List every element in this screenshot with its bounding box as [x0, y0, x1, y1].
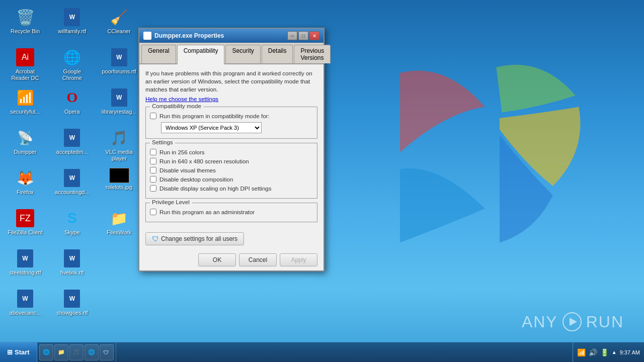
setting-dpi-label[interactable]: Disable display scaling on high DPI sett… [159, 186, 271, 192]
cancel-button[interactable]: Cancel [239, 253, 277, 266]
setting-256-colors-label[interactable]: Run in 256 colors [159, 149, 205, 155]
compat-select-row: Windows XP (Service Pack 3) Windows Vist… [161, 122, 313, 133]
change-settings-label: Change settings for all users [161, 235, 237, 242]
privilege-level-label: Privilege Level [150, 199, 192, 205]
admin-checkbox-row: Run this program as an administrator [150, 209, 313, 215]
dialog-content: If you have problems with this program a… [139, 64, 324, 231]
setting-dpi-row: Disable display scaling on high DPI sett… [150, 185, 313, 192]
clock-time: 9:37 AM [620, 349, 640, 355]
title-left: ⚙ Dumpper.exe Properties [143, 32, 224, 40]
setting-256-colors-checkbox[interactable] [150, 149, 156, 155]
compat-mode-checkbox-label[interactable]: Run this program in compatibility mode f… [159, 113, 270, 119]
properties-dialog: ⚙ Dumpper.exe Properties ─ □ ✕ General C… [138, 28, 325, 272]
tray-arrow-icon[interactable]: ▲ [612, 349, 617, 355]
change-settings-button[interactable]: 🛡 Change settings for all users [145, 232, 244, 245]
tray-battery-icon: 🔋 [600, 348, 609, 356]
setting-640x480-checkbox[interactable] [150, 158, 156, 164]
run-as-admin-label[interactable]: Run this program as an administrator [159, 209, 255, 215]
change-settings-row: 🛡 Change settings for all users [139, 231, 324, 249]
windows-orb-icon: ⊞ [7, 348, 13, 356]
compat-mode-checkbox[interactable] [150, 113, 156, 119]
compat-mode-select[interactable]: Windows XP (Service Pack 3) Windows Vist… [161, 122, 262, 133]
compat-mode-checkbox-row: Run this program in compatibility mode f… [150, 113, 313, 119]
minimize-button[interactable]: ─ [287, 31, 297, 40]
description-text: If you have problems with this program a… [145, 69, 317, 94]
privilege-level-group: Privilege Level Run this program as an a… [145, 203, 317, 222]
taskbar-ie-icon[interactable]: 🌐 [39, 344, 53, 360]
settings-label: Settings [150, 139, 175, 145]
desktop: 🗑️ Recycle Bin Ai Acrobat Reader DC 📶 se… [0, 0, 644, 362]
maximize-button[interactable]: □ [298, 31, 308, 40]
dialog-button-row: OK Cancel Apply [139, 249, 324, 270]
setting-256-colors-row: Run in 256 colors [150, 149, 313, 155]
tab-details[interactable]: Details [262, 45, 293, 63]
setting-640x480-label[interactable]: Run in 640 x 480 screen resolution [159, 158, 249, 164]
tab-compatibility[interactable]: Compatibility [177, 45, 225, 64]
titlebar-controls: ─ □ ✕ [287, 31, 319, 40]
tab-security[interactable]: Security [225, 45, 260, 63]
run-as-admin-checkbox[interactable] [150, 209, 156, 215]
setting-desktop-composition-checkbox[interactable] [150, 176, 156, 183]
setting-visual-themes-label[interactable]: Disable visual themes [159, 167, 216, 173]
setting-dpi-checkbox[interactable] [150, 185, 156, 192]
tray-volume-icon: 🔊 [589, 348, 597, 356]
dialog-title: Dumpper.exe Properties [154, 32, 224, 39]
start-label: Start [15, 348, 30, 356]
setting-640x480-row: Run in 640 x 480 screen resolution [150, 158, 313, 164]
taskbar-explorer-icon[interactable]: 📁 [54, 344, 68, 360]
apply-button[interactable]: Apply [280, 253, 317, 266]
compatibility-mode-group: Compatibility mode Run this program in c… [145, 107, 317, 139]
system-clock[interactable]: 9:37 AM [620, 349, 640, 355]
system-tray: 📶 🔊 🔋 ▲ 9:37 AM [573, 342, 644, 362]
quick-launch: 🌐 📁 🎵 🌐 🛡 [37, 342, 116, 362]
help-link[interactable]: Help me choose the settings [145, 96, 218, 102]
settings-group: Settings Run in 256 colors Run in 640 x … [145, 143, 317, 199]
taskbar-norton-icon[interactable]: 🛡 [100, 344, 114, 360]
compatibility-mode-label: Compatibility mode [150, 103, 203, 109]
close-button[interactable]: ✕ [309, 31, 319, 40]
tab-general[interactable]: General [141, 45, 176, 63]
ok-button[interactable]: OK [198, 253, 236, 266]
dialog-overlay: ⚙ Dumpper.exe Properties ─ □ ✕ General C… [0, 0, 644, 362]
taskbar-chrome-icon[interactable]: 🌐 [85, 344, 99, 360]
tray-network-icon: 📶 [577, 348, 586, 356]
start-button[interactable]: ⊞ Start [0, 342, 37, 363]
setting-visual-themes-checkbox[interactable] [150, 167, 156, 173]
setting-desktop-composition-row: Disable desktop composition [150, 176, 313, 183]
taskbar-media-icon[interactable]: 🎵 [69, 344, 84, 360]
taskbar: ⊞ Start 🌐 📁 🎵 🌐 🛡 📶 🔊 🔋 ▲ 9:37 AM [0, 342, 644, 362]
setting-desktop-composition-label[interactable]: Disable desktop composition [159, 176, 233, 183]
dialog-tabs: General Compatibility Security Details P… [139, 43, 324, 64]
taskbar-running-items [116, 342, 573, 362]
setting-visual-themes-row: Disable visual themes [150, 167, 313, 173]
dialog-titlebar: ⚙ Dumpper.exe Properties ─ □ ✕ [139, 29, 324, 43]
tab-previous-versions[interactable]: Previous Versions [294, 45, 331, 63]
dialog-icon: ⚙ [143, 32, 151, 40]
shield-icon: 🛡 [152, 235, 159, 243]
